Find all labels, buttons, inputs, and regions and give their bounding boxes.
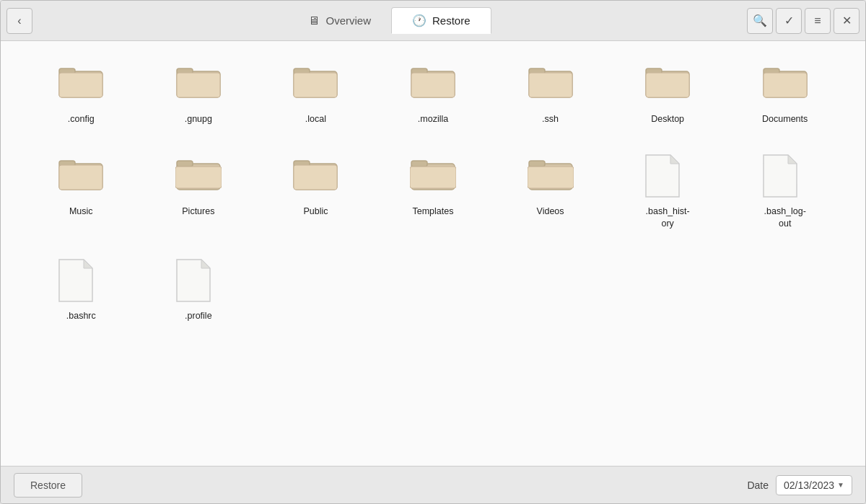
folder-icon <box>528 154 574 200</box>
file-icon <box>762 154 808 200</box>
file-label: .mozilla <box>418 113 448 125</box>
folder-icon <box>175 154 222 200</box>
date-value: 02/13/2023 <box>784 479 834 491</box>
file-item-gnupg[interactable]: .gnupg <box>140 56 258 131</box>
svg-rect-31 <box>411 161 427 167</box>
tab-overview-label: Overview <box>325 14 371 27</box>
file-item-bash_logout[interactable]: .bash_log- out <box>726 148 844 235</box>
close-icon: ✕ <box>842 14 852 27</box>
svg-rect-26 <box>175 167 222 188</box>
file-label: Videos <box>537 205 564 217</box>
svg-rect-20 <box>764 73 807 97</box>
file-label: Desktop <box>651 113 684 125</box>
folder-icon <box>762 61 808 107</box>
file-item-pictures[interactable]: Pictures <box>140 148 258 235</box>
file-icon <box>175 258 222 304</box>
file-label: .config <box>68 113 95 125</box>
file-label: .profile <box>185 310 212 322</box>
folder-icon <box>410 61 456 107</box>
tab-overview[interactable]: 🖥 Overview <box>288 7 391 34</box>
svg-rect-35 <box>528 167 574 188</box>
file-icon <box>644 154 691 200</box>
titlebar: ‹ 🖥 Overview 🕐 Restore 🔍 ✓ ≡ ✕ <box>1 1 865 41</box>
search-button[interactable]: 🔍 <box>747 8 773 34</box>
svg-marker-43 <box>201 260 210 268</box>
folder-icon <box>292 61 338 107</box>
file-label: .local <box>305 113 326 125</box>
back-button[interactable]: ‹ <box>6 8 32 34</box>
svg-rect-23 <box>59 165 102 190</box>
folder-icon <box>292 154 338 200</box>
file-label: .gnupg <box>185 113 212 125</box>
svg-rect-2 <box>59 73 102 97</box>
file-item-templates[interactable]: Templates <box>375 148 492 235</box>
restore-tab-icon: 🕐 <box>412 14 427 27</box>
file-label: Templates <box>413 205 454 217</box>
folder-icon <box>528 61 574 107</box>
svg-rect-32 <box>410 167 456 188</box>
svg-marker-39 <box>788 155 797 164</box>
file-item-videos[interactable]: Videos <box>491 148 609 235</box>
tab-bar: 🖥 Overview 🕐 Restore <box>35 7 744 34</box>
file-label: .bash_log- out <box>764 205 806 229</box>
svg-rect-8 <box>294 73 337 97</box>
file-item-profile[interactable]: .profile <box>140 252 258 327</box>
footer: Restore Date 02/13/2023 ▼ <box>1 466 865 503</box>
overview-icon: 🖥 <box>308 14 320 27</box>
menu-button[interactable]: ≡ <box>805 8 831 34</box>
file-label: Documents <box>762 113 808 125</box>
file-item-ssh[interactable]: .ssh <box>491 56 609 131</box>
tab-restore-label: Restore <box>432 14 471 27</box>
file-label: .bash_hist- ory <box>646 205 690 229</box>
file-item-documents[interactable]: Documents <box>726 56 844 131</box>
files-grid: .config .gnupg .local .mozilla .ssh Desk… <box>22 56 844 327</box>
file-item-config[interactable]: .config <box>22 56 140 131</box>
svg-rect-17 <box>646 73 689 97</box>
folder-icon <box>644 61 691 107</box>
folder-icon <box>410 154 456 200</box>
folder-icon <box>175 61 222 107</box>
close-button[interactable]: ✕ <box>834 8 860 34</box>
file-item-bash_history[interactable]: .bash_hist- ory <box>609 148 727 235</box>
restore-button[interactable]: Restore <box>14 473 82 498</box>
svg-rect-34 <box>529 161 545 167</box>
date-label: Date <box>747 479 769 491</box>
check-button[interactable]: ✓ <box>776 8 802 34</box>
date-section: Date 02/13/2023 ▼ <box>747 475 852 495</box>
file-item-local[interactable]: .local <box>257 56 375 131</box>
file-item-music[interactable]: Music <box>22 148 140 235</box>
titlebar-actions: 🔍 ✓ ≡ ✕ <box>747 8 860 34</box>
main-content: .config .gnupg .local .mozilla .ssh Desk… <box>1 41 865 466</box>
svg-rect-25 <box>177 161 193 167</box>
folder-icon <box>58 61 104 107</box>
app-window: ‹ 🖥 Overview 🕐 Restore 🔍 ✓ ≡ ✕ <box>0 0 866 504</box>
svg-rect-11 <box>411 73 455 97</box>
file-item-bashrc[interactable]: .bashrc <box>22 252 140 327</box>
svg-rect-5 <box>177 73 220 97</box>
file-item-desktop[interactable]: Desktop <box>609 56 727 131</box>
check-icon: ✓ <box>784 14 794 27</box>
file-item-mozilla[interactable]: .mozilla <box>375 56 492 131</box>
svg-marker-37 <box>670 155 679 164</box>
svg-rect-29 <box>294 165 337 190</box>
file-label: .ssh <box>542 113 559 125</box>
chevron-down-icon: ▼ <box>837 481 844 489</box>
menu-icon: ≡ <box>814 14 821 27</box>
file-item-public[interactable]: Public <box>257 148 375 235</box>
file-icon <box>58 258 104 304</box>
search-icon: 🔍 <box>753 14 767 27</box>
tab-restore[interactable]: 🕐 Restore <box>391 7 491 34</box>
svg-rect-14 <box>529 73 572 97</box>
file-label: Pictures <box>182 205 214 217</box>
file-label: Music <box>69 205 93 217</box>
svg-marker-41 <box>84 260 92 268</box>
file-label: Public <box>303 205 328 217</box>
file-label: .bashrc <box>66 310 96 322</box>
folder-icon <box>58 154 104 200</box>
date-picker[interactable]: 02/13/2023 ▼ <box>776 475 852 495</box>
restore-button-label: Restore <box>30 479 66 491</box>
